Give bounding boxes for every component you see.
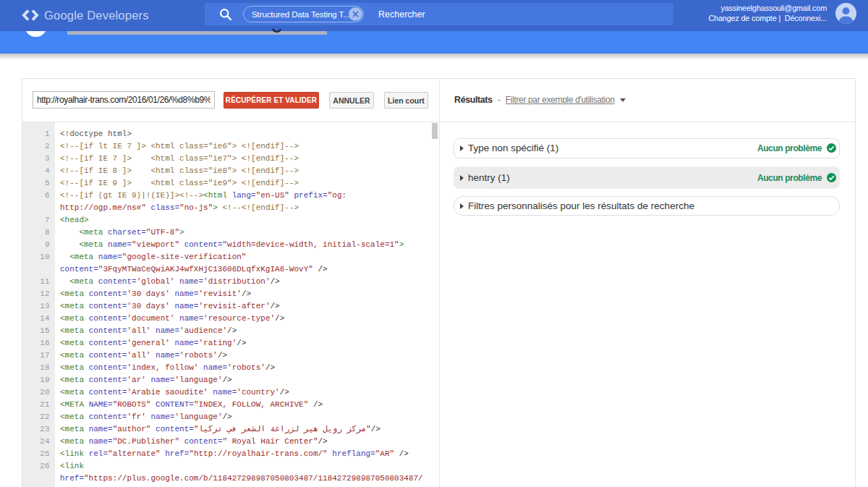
line-number: 21 <box>22 399 55 411</box>
brand-title: Google Developers <box>44 9 149 22</box>
line-number: 17 <box>22 350 55 362</box>
line-number: 23 <box>22 423 55 436</box>
code-line: 21<META NAME="ROBOTS" CONTENT="INDEX, FO… <box>22 399 438 411</box>
code-line: 3<!--[if IE 7 ]> <html class="ie7"> <![e… <box>22 153 438 165</box>
search-bar[interactable]: Structured Data Testing T... Rechercher <box>205 3 673 25</box>
search-icon <box>219 8 232 21</box>
code-line: 24<meta name="DC.Publisher" content=" Ro… <box>22 436 438 448</box>
result-item-label: Filtres personnalisés pour les résultats… <box>468 200 836 211</box>
short-link-button[interactable]: Lien court <box>384 92 428 109</box>
line-number: 7 <box>22 214 55 226</box>
line-number: 4 <box>22 165 55 177</box>
signout-link[interactable]: Déconnexi... <box>785 14 827 22</box>
line-number: 13 <box>22 300 55 313</box>
line-number: 2 <box>22 140 55 153</box>
url-input[interactable] <box>33 91 215 109</box>
code-line: 7<head> <box>22 214 438 226</box>
panel-divider <box>439 79 440 487</box>
line-number: 24 <box>22 436 55 448</box>
person-avatar-icon[interactable] <box>835 3 856 24</box>
testing-tool-card: RÉCUPÉRER ET VALIDER ANNULER Lien court … <box>22 78 856 487</box>
code-text: <meta content='30 days' name='revisit'/> <box>55 288 438 300</box>
code-text: <meta content='general' name='rating'/> <box>55 337 438 350</box>
code-text: <!--[if IE 7 ]> <html class="ie7"> <![en… <box>55 153 438 165</box>
google-developers-logo[interactable]: Google Developers <box>22 8 149 22</box>
code-line: 20<meta content='Arabie saoudite' name='… <box>22 386 438 399</box>
code-text: <meta name="author" content="مركز رويل ه… <box>55 423 438 436</box>
line-number: 3 <box>22 153 55 165</box>
account-info: yassineelghassouli@gmail.com Changez de … <box>708 4 827 22</box>
code-text: <link rel="alternate" href="http://royal… <box>55 448 438 460</box>
results-title: Résultats <box>454 95 493 105</box>
code-chevrons-icon <box>22 9 39 21</box>
account-links[interactable]: Changez de compte | Déconnexi... <box>708 14 827 23</box>
line-number: 5 <box>22 177 55 190</box>
check-circle-icon <box>827 143 836 153</box>
search-submit-label[interactable]: Rechercher <box>378 3 425 25</box>
scrolled-title-bar <box>67 31 327 35</box>
code-line: 17<meta content='all' name='robots'/> <box>22 350 438 362</box>
code-text: <meta content='index, follow' name='robo… <box>55 362 438 374</box>
check-circle-icon <box>827 173 836 182</box>
code-line: 4<!--[if IE 8 ]> <html class="ie8"> <![e… <box>22 165 438 177</box>
code-text: <meta content='30 days' name='revisit-af… <box>55 300 438 313</box>
line-number: 11 <box>22 276 55 288</box>
code-line: 16<meta content='general' name='rating'/… <box>22 337 438 350</box>
code-line: 15<meta content='all' name='audience'/> <box>22 325 438 337</box>
line-number: 18 <box>22 362 55 374</box>
filter-link[interactable]: Filtrer par exemple d'utilisation <box>506 95 615 105</box>
line-number: 12 <box>22 288 55 300</box>
code-line: 10 <meta name="google-site-verification"… <box>22 251 438 276</box>
expand-triangle-icon <box>460 145 464 151</box>
code-line: 11 <meta content='global' name='distribu… <box>22 276 438 288</box>
line-number: 6 <box>22 190 55 214</box>
chevron-down-icon[interactable] <box>620 98 626 102</box>
result-item-1[interactable]: Type non spécifié (1)Aucun problème <box>454 138 840 158</box>
top-app-bar: Google Developers Structured Data Testin… <box>0 0 868 31</box>
account-email: yassineelghassouli@gmail.com <box>708 4 827 13</box>
code-text: <link href="https://plus.google.com/b/11… <box>55 460 438 485</box>
code-line: 9 <meta name="viewport" content="width=d… <box>22 239 438 251</box>
code-text: <meta content='all' name='audience'/> <box>55 325 438 337</box>
line-number: 15 <box>22 325 55 337</box>
search-scope-chip[interactable]: Structured Data Testing T... <box>243 6 364 22</box>
line-number: 14 <box>22 313 55 325</box>
code-text: <meta content='Arabie saoudite' name='co… <box>55 386 438 399</box>
code-text: <!--[if IE 8 ]> <html class="ie8"> <![en… <box>55 165 438 177</box>
line-number: 9 <box>22 239 55 251</box>
code-line: 2<!--[if lt IE 7 ]> <html class="ie6"> <… <box>22 140 438 153</box>
code-text: <meta name="google-site-verification" co… <box>55 251 438 276</box>
code-text: <META NAME="ROBOTS" CONTENT="INDEX, FOLL… <box>55 399 438 411</box>
code-text: <!doctype html> <box>55 128 438 140</box>
results-dash: - <box>498 95 501 105</box>
code-line: 22<meta content='fr' name='language'/> <box>22 411 438 423</box>
result-item-label: hentry (1) <box>468 172 757 183</box>
account-links-separator: | <box>778 14 780 22</box>
expand-triangle-icon <box>460 175 464 181</box>
code-scrollbar-thumb[interactable] <box>432 123 438 139</box>
code-line: 5<!--[if IE 9 ]> <html class="ie9"> <![e… <box>22 177 438 190</box>
code-text: <meta content='document' name='resource-… <box>55 313 438 325</box>
line-number: 20 <box>22 386 55 399</box>
code-line: 8 <meta charset="UTF-8"> <box>22 226 438 239</box>
fetch-validate-button[interactable]: RÉCUPÉRER ET VALIDER <box>224 92 319 109</box>
code-line: 14<meta content='document' name='resourc… <box>22 313 438 325</box>
result-item-3[interactable]: Filtres personnalisés pour les résultats… <box>454 196 840 216</box>
line-number: 19 <box>22 374 55 386</box>
code-text: <!--[if IE 9 ]> <html class="ie9"> <![en… <box>55 177 438 190</box>
code-line: 23<meta name="author" content="مركز رويل… <box>22 423 438 436</box>
cancel-button[interactable]: ANNULER <box>329 92 374 109</box>
line-number: 25 <box>22 448 55 460</box>
result-item-2[interactable]: hentry (1)Aucun problème <box>454 166 840 189</box>
html-source-viewer[interactable]: 1<!doctype html>2<!--[if lt IE 7 ]> <htm… <box>22 122 438 487</box>
close-icon[interactable] <box>349 7 362 21</box>
line-number: 16 <box>22 337 55 350</box>
code-text: <meta content='all' name='robots'/> <box>55 350 438 362</box>
code-line: 1<!doctype html> <box>22 128 438 140</box>
expand-triangle-icon <box>460 203 464 209</box>
line-number: 22 <box>22 411 55 423</box>
line-number: 10 <box>22 251 55 276</box>
code-text: <meta name="DC.Publisher" content=" Roya… <box>55 436 438 448</box>
switch-account-link[interactable]: Changez de compte <box>708 14 776 22</box>
scrolled-title-g-descender <box>272 28 281 34</box>
